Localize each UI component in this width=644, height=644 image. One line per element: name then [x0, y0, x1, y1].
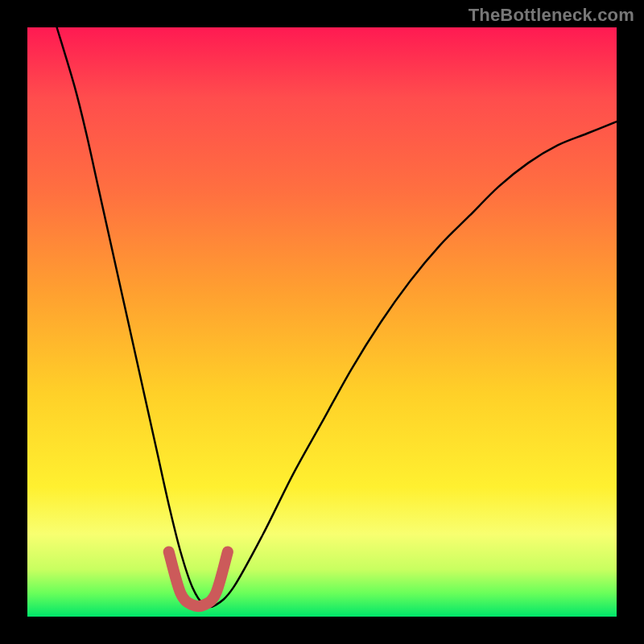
plot-area [27, 27, 617, 617]
curve-layer [27, 27, 617, 617]
outer-frame: TheBottleneck.com [0, 0, 644, 644]
watermark-text: TheBottleneck.com [469, 5, 634, 26]
bottleneck-curve-path [57, 27, 617, 607]
